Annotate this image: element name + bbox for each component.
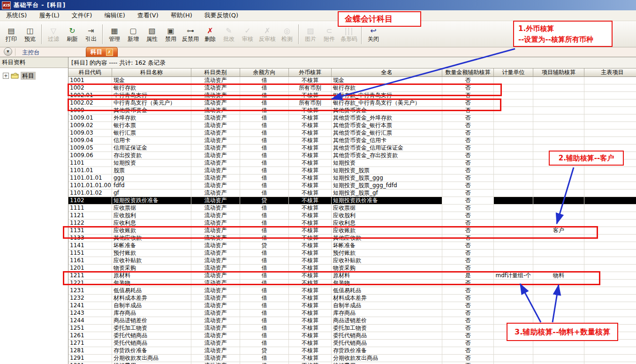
- table-cell[interactable]: [584, 174, 636, 182]
- table-cell[interactable]: 委托代销商品: [332, 332, 442, 339]
- table-cell[interactable]: [533, 302, 584, 309]
- column-header-数量金额辅助核算[interactable]: 数量金额辅助核算: [442, 68, 494, 77]
- table-cell[interactable]: [533, 265, 584, 272]
- table-row[interactable]: 1151预付账款流动资产借不核算预付账款否: [68, 250, 636, 257]
- table-row[interactable]: 1201物资采购流动资产借不核算物资采购否: [68, 265, 636, 272]
- table-cell[interactable]: [494, 362, 533, 364]
- table-cell[interactable]: [584, 257, 636, 264]
- table-cell[interactable]: 其他货币资金: [332, 107, 442, 114]
- table-cell[interactable]: 否: [442, 332, 494, 339]
- table-cell[interactable]: 否: [442, 242, 494, 249]
- 禁用-button[interactable]: ▣禁用: [161, 25, 180, 43]
- table-cell[interactable]: [584, 84, 636, 91]
- table-cell[interactable]: 短期投资_股票_gf: [332, 190, 442, 197]
- table-cell[interactable]: 1102: [68, 197, 112, 204]
- table-cell[interactable]: 不核算: [289, 242, 332, 249]
- table-cell[interactable]: 借: [240, 220, 289, 227]
- table-row[interactable]: 1243库存商品流动资产借不核算库存商品否: [68, 310, 636, 317]
- table-cell[interactable]: [533, 287, 584, 294]
- table-cell[interactable]: [494, 84, 533, 91]
- table-cell[interactable]: 借: [240, 325, 289, 332]
- table-cell[interactable]: 流动资产: [191, 182, 240, 189]
- table-cell[interactable]: [533, 174, 584, 182]
- table-row[interactable]: 1102短期投资跌价准备流动资产贷不核算短期投资跌价准备否: [68, 197, 636, 205]
- table-cell[interactable]: [584, 77, 636, 84]
- table-cell[interactable]: 否: [442, 220, 494, 227]
- table-cell[interactable]: [584, 295, 636, 302]
- table-cell[interactable]: [494, 280, 533, 287]
- table-cell[interactable]: [494, 287, 533, 294]
- table-cell[interactable]: 流动资产: [191, 302, 240, 309]
- table-cell[interactable]: 否: [442, 190, 494, 197]
- table-cell[interactable]: 流动资产: [191, 99, 240, 106]
- table-cell[interactable]: [533, 212, 584, 219]
- table-cell[interactable]: 借: [240, 317, 289, 324]
- table-cell[interactable]: 流动资产: [191, 114, 240, 121]
- table-cell[interactable]: [584, 212, 636, 219]
- table-cell[interactable]: 流动资产: [191, 159, 240, 167]
- table-cell[interactable]: 不核算: [289, 205, 332, 212]
- table-cell[interactable]: [533, 190, 584, 197]
- table-cell[interactable]: 流动资产: [191, 295, 240, 302]
- tab-subjects[interactable]: 科目: [86, 47, 118, 57]
- table-cell[interactable]: 否: [442, 355, 494, 362]
- table-cell[interactable]: 1009.03: [68, 129, 112, 136]
- table-row[interactable]: 1009.04信用卡流动资产借不核算其他货币资金_信用卡否: [68, 137, 636, 144]
- column-header-余额方向[interactable]: 余额方向: [240, 68, 289, 77]
- table-row[interactable]: 1141坏帐准备流动资产贷不核算坏帐准备否: [68, 242, 636, 250]
- table-cell[interactable]: [494, 190, 533, 197]
- table-cell[interactable]: 应收利息: [332, 220, 442, 227]
- table-row[interactable]: 1002银行存款流动资产借所有币别银行存款否: [68, 84, 636, 92]
- table-cell[interactable]: 1002: [68, 84, 112, 91]
- table-cell[interactable]: 是: [442, 272, 494, 279]
- table-cell[interactable]: 不核算: [289, 197, 332, 204]
- table-cell[interactable]: 其他货币资金: [112, 107, 191, 114]
- table-cell[interactable]: 不核算: [289, 287, 332, 294]
- table-cell[interactable]: 借: [240, 77, 289, 84]
- table-cell[interactable]: [584, 347, 636, 354]
- table-cell[interactable]: 否: [442, 182, 494, 189]
- column-header-主表项目[interactable]: 主表项目: [584, 68, 636, 77]
- table-cell[interactable]: 借: [240, 152, 289, 159]
- table-cell[interactable]: 流动资产: [191, 362, 240, 364]
- table-cell[interactable]: 不核算: [289, 107, 332, 114]
- table-cell[interactable]: 不核算: [289, 174, 332, 182]
- table-cell[interactable]: 现金: [332, 77, 442, 84]
- table-cell[interactable]: [533, 197, 584, 204]
- table-cell[interactable]: 流动资产: [191, 310, 240, 317]
- table-cell[interactable]: [533, 77, 584, 84]
- table-cell[interactable]: [494, 220, 533, 227]
- table-cell[interactable]: 借: [240, 137, 289, 144]
- table-cell[interactable]: 银行存款: [112, 84, 191, 91]
- table-cell[interactable]: 其他应收款: [112, 235, 191, 242]
- table-cell[interactable]: 否: [442, 137, 494, 144]
- table-cell[interactable]: 贷: [240, 197, 289, 204]
- table-cell[interactable]: 短期投资跌价准备: [112, 197, 191, 204]
- 刷新-button[interactable]: ↻刷新: [63, 25, 82, 43]
- table-cell[interactable]: 坏帐准备: [332, 242, 442, 249]
- table-cell[interactable]: 不核算: [289, 190, 332, 197]
- table-cell[interactable]: 包装物: [332, 280, 442, 287]
- table-cell[interactable]: [494, 197, 533, 204]
- table-cell[interactable]: [494, 174, 533, 182]
- table-cell[interactable]: 所有币别: [289, 99, 332, 106]
- table-cell[interactable]: 其他货币资金_银行本票: [332, 122, 442, 129]
- table-cell[interactable]: 否: [442, 159, 494, 167]
- table-cell[interactable]: 流动资产: [191, 257, 240, 264]
- table-cell[interactable]: [584, 92, 636, 99]
- table-cell[interactable]: 其他货币资金_银行汇票: [332, 129, 442, 136]
- 反禁用-button[interactable]: ⊶反禁用: [180, 25, 201, 43]
- table-cell[interactable]: 不核算: [289, 77, 332, 84]
- table-cell[interactable]: [494, 212, 533, 219]
- table-cell[interactable]: [494, 205, 533, 212]
- table-cell[interactable]: [584, 114, 636, 121]
- table-cell[interactable]: [494, 129, 533, 136]
- table-cell[interactable]: [494, 144, 533, 152]
- table-cell[interactable]: 借: [240, 235, 289, 242]
- table-cell[interactable]: 低值易耗品: [112, 287, 191, 294]
- table-cell[interactable]: 应收补贴款: [332, 257, 442, 264]
- table-cell[interactable]: 所有币别: [289, 84, 332, 91]
- table-cell[interactable]: 借: [240, 99, 289, 106]
- table-cell[interactable]: 物资采购: [332, 265, 442, 272]
- table-cell[interactable]: 不核算: [289, 332, 332, 339]
